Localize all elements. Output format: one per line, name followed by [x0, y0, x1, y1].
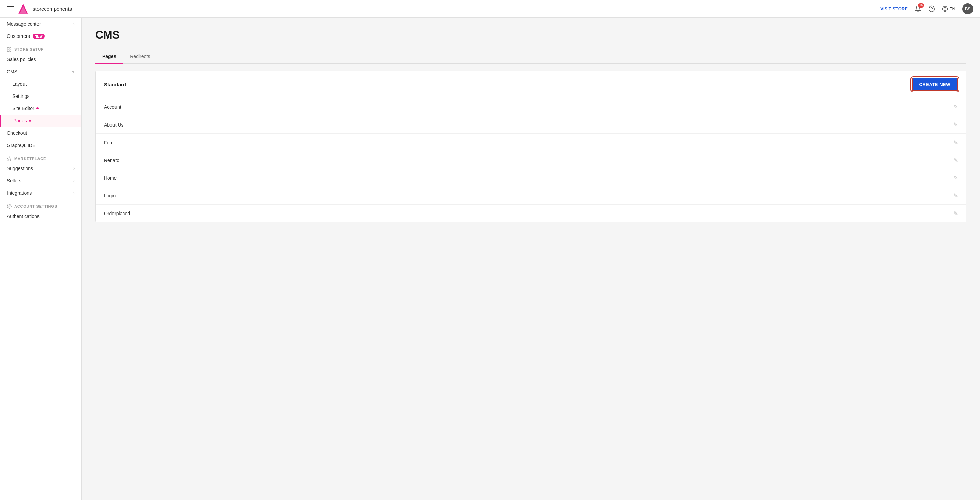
- pages-card: Standard CREATE NEW Account ✎ About Us ✎…: [95, 70, 966, 222]
- sidebar-item-settings[interactable]: Settings: [0, 90, 81, 102]
- tab-redirects[interactable]: Redirects: [123, 50, 157, 64]
- sidebar-item-integrations[interactable]: Integrations ›: [0, 187, 81, 199]
- sidebar-item-site-editor[interactable]: Site Editor: [0, 102, 81, 115]
- edit-icon[interactable]: ✎: [953, 121, 958, 128]
- list-item: Account ✎: [96, 98, 966, 116]
- chevron-right-icon: ›: [73, 21, 75, 26]
- sidebar-item-sellers[interactable]: Sellers ›: [0, 175, 81, 187]
- menu-toggle-button[interactable]: [7, 6, 14, 11]
- card-header: Standard CREATE NEW: [96, 71, 966, 98]
- sidebar: Message center › Customers NEW STORE SET…: [0, 18, 82, 500]
- edit-icon[interactable]: ✎: [953, 157, 958, 163]
- sidebar-item-label: Customers: [7, 34, 30, 39]
- main-content: CMS Pages Redirects Standard CREATE NEW …: [82, 18, 980, 500]
- chevron-right-icon: ›: [73, 178, 75, 183]
- svg-rect-6: [8, 48, 9, 49]
- sidebar-item-label: Pages: [13, 118, 27, 123]
- pages-list: Account ✎ About Us ✎ Foo ✎ Renato ✎ Home: [96, 98, 966, 222]
- section-title: Standard: [104, 81, 126, 87]
- svg-rect-9: [8, 50, 9, 51]
- new-badge: NEW: [33, 34, 45, 39]
- sidebar-item-graphql-ide[interactable]: GraphQL IDE: [0, 139, 81, 152]
- sidebar-item-label: Checkout: [7, 130, 27, 136]
- account-settings-section: ACCOUNT SETTINGS: [0, 199, 81, 210]
- list-item: Renato ✎: [96, 152, 966, 169]
- store-setup-section: STORE SETUP: [0, 42, 81, 53]
- language-selector[interactable]: EN: [942, 6, 956, 12]
- edit-icon[interactable]: ✎: [953, 104, 958, 110]
- sidebar-item-label: Integrations: [7, 190, 32, 196]
- sidebar-item-customers[interactable]: Customers NEW: [0, 30, 81, 42]
- list-item: About Us ✎: [96, 116, 966, 134]
- sidebar-item-checkout[interactable]: Checkout: [0, 127, 81, 139]
- create-new-button[interactable]: CREATE NEW: [912, 78, 958, 91]
- list-item: Orderplaced ✎: [96, 204, 966, 222]
- page-title: CMS: [95, 29, 966, 41]
- sidebar-item-label: Message center: [7, 21, 41, 27]
- sidebar-item-label: GraphQL IDE: [7, 142, 35, 148]
- svg-rect-7: [10, 48, 11, 49]
- topbar: storecomponents VISIT STORE 10: [0, 0, 980, 18]
- chevron-right-icon: ›: [73, 191, 75, 195]
- sidebar-item-label: Suggestions: [7, 166, 33, 171]
- page-name: Foo: [104, 140, 112, 145]
- visit-store-link[interactable]: VISIT STORE: [880, 6, 908, 11]
- sidebar-item-label: Layout: [12, 81, 27, 86]
- active-dot: [29, 120, 31, 122]
- page-name: About Us: [104, 122, 124, 128]
- list-item: Home ✎: [96, 169, 966, 187]
- brand-name: storecomponents: [33, 6, 72, 11]
- page-name: Orderplaced: [104, 211, 130, 216]
- app-body: Message center › Customers NEW STORE SET…: [0, 18, 980, 500]
- sidebar-item-label: Settings: [12, 93, 30, 99]
- list-item: Login ✎: [96, 187, 966, 204]
- marketplace-section: MARKETPLACE: [0, 152, 81, 162]
- page-name: Account: [104, 104, 121, 110]
- edit-icon[interactable]: ✎: [953, 139, 958, 145]
- user-avatar[interactable]: BS: [962, 3, 973, 14]
- page-name: Login: [104, 193, 116, 198]
- sidebar-item-layout[interactable]: Layout: [0, 78, 81, 90]
- sidebar-item-cms[interactable]: CMS ∨: [0, 65, 81, 78]
- list-item: Foo ✎: [96, 134, 966, 152]
- edit-icon[interactable]: ✎: [953, 192, 958, 199]
- page-name: Home: [104, 175, 116, 181]
- sidebar-item-sales-policies[interactable]: Sales policies: [0, 53, 81, 65]
- sidebar-item-label: Authentications: [7, 214, 40, 219]
- sidebar-item-label: Sales policies: [7, 57, 36, 62]
- language-label: EN: [949, 6, 956, 11]
- edit-icon[interactable]: ✎: [953, 210, 958, 217]
- notification-badge: 10: [918, 3, 924, 8]
- svg-rect-8: [10, 50, 11, 51]
- sidebar-item-suggestions[interactable]: Suggestions ›: [0, 162, 81, 175]
- help-button[interactable]: [928, 5, 935, 12]
- sidebar-item-pages[interactable]: Pages: [0, 115, 81, 127]
- tab-pages[interactable]: Pages: [95, 50, 123, 64]
- sidebar-item-label: Sellers: [7, 178, 21, 184]
- sidebar-item-message-center[interactable]: Message center ›: [0, 18, 81, 30]
- edit-icon[interactable]: ✎: [953, 175, 958, 181]
- sidebar-item-label: CMS: [7, 69, 18, 74]
- notifications-button[interactable]: 10: [915, 5, 921, 12]
- chevron-right-icon: ›: [73, 166, 75, 171]
- cms-tabs: Pages Redirects: [95, 50, 966, 64]
- topbar-right: VISIT STORE 10 EN BS: [880, 3, 973, 14]
- svg-point-10: [8, 206, 10, 207]
- logo: [18, 3, 29, 14]
- sidebar-item-authentications[interactable]: Authentications: [0, 210, 81, 222]
- active-dot: [37, 107, 38, 109]
- sidebar-item-label: Site Editor: [12, 106, 34, 111]
- page-name: Renato: [104, 158, 119, 163]
- chevron-down-icon: ∨: [72, 69, 75, 74]
